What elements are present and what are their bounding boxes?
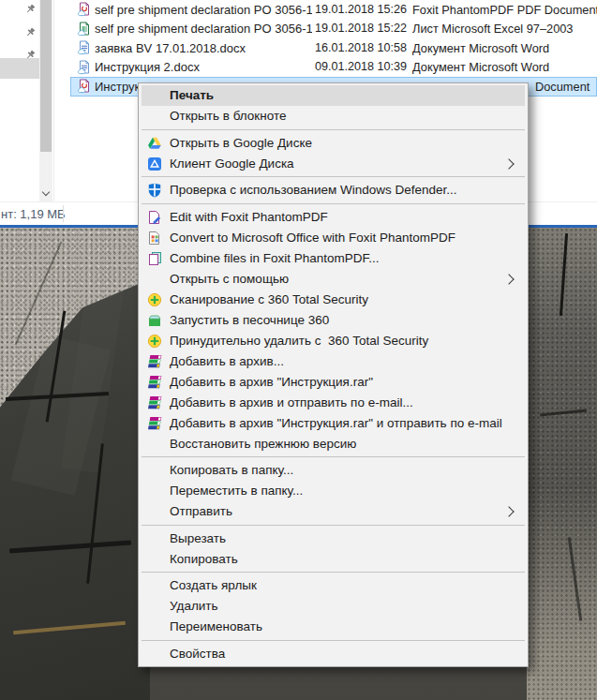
winrar-icon [147,375,162,390]
menu-item-open-in-notepad[interactable]: Открыть в блокноте [142,106,525,127]
menu-item-windows-defender-scan[interactable]: Проверка с использованием Windows Defend… [142,180,525,201]
word-cloud-icon [77,60,92,75]
menu-separator [142,640,525,641]
menu-item-label: Проверка с использованием Windows Defend… [170,183,457,197]
pushpin-icon[interactable] [24,2,37,15]
nav-item-hover[interactable] [0,58,39,79]
winrar-icon [147,354,162,369]
chevron-down-icon [42,188,50,196]
scrollbar-thumb[interactable] [40,0,52,152]
menu-item-winrar-add-email[interactable]: Добавить в архив и отправить по e-mail..… [142,393,525,413]
context-menu: ПечатьОткрыть в блокнотеОткрыть в Google… [138,82,529,667]
word-cloud-icon [77,40,92,55]
file-row[interactable]: заявка BV 17.01.2018.docx16.01.2018 10:5… [54,38,597,58]
menu-item-label: Свойства [170,647,225,661]
menu-item-label: Вырезать [170,531,226,545]
menu-item-winrar-add-named-email[interactable]: Добавить в архив "Инструкция.rar" и отпр… [142,413,525,434]
menu-item-restore-previous-version[interactable]: Восстановить прежнюю версию [142,434,525,454]
menu-item-360-scan[interactable]: Сканирование с 360 Total Security [142,290,525,310]
menu-item-foxit-convert[interactable]: Convert to Microsoft Office with Foxit P… [142,228,525,248]
winrar-icon [147,395,162,410]
rock-texture-left [0,228,150,700]
submenu-chevron-icon [503,158,514,169]
rock-texture-right [527,228,597,700]
google-drive-icon [147,136,162,151]
menu-separator [142,572,525,573]
windows-defender-icon [147,183,162,198]
scrollbar-down-button[interactable] [39,186,52,201]
menu-item-rename[interactable]: Переименовать [142,617,525,637]
menu-item-label: Открыть в Google Диске [170,136,312,150]
menu-item-label: Отправить [170,504,232,518]
file-date: 19.01.2018 15:26 [315,3,407,16]
menu-item-winrar-add[interactable]: Добавить в архив... [142,351,525,372]
menu-item-label: Добавить в архив "Инструкция.rar" [170,375,373,389]
menu-item-label: Удалить [170,599,218,613]
file-date: 09.01.2018 10:39 [315,60,407,73]
file-type: Документ Microsoft Word [412,41,549,55]
360-scan-icon [147,334,162,349]
menu-item-label: Edit with Foxit PhantomPDF [170,210,328,224]
file-name: заявка BV 17.01.2018.docx [95,41,312,55]
menu-separator [142,203,525,204]
menu-item-move-to-folder[interactable]: Переместить в папку... [142,481,525,501]
menu-item-create-shortcut[interactable]: Создать ярлык [142,575,525,596]
menu-separator [142,176,525,177]
menu-item-label: Переименовать [170,619,262,633]
menu-item-properties[interactable]: Свойства [142,644,525,664]
menu-item-360-force-delete[interactable]: Принудительно удалить с 360 Total Securi… [142,331,525,351]
menu-item-foxit-combine[interactable]: Combine files in Foxit PhantomPDF... [142,248,525,269]
menu-item-copy[interactable]: Копировать [142,549,525,570]
file-date: 19.01.2018 15:22 [315,22,407,35]
foxit-pdf-cloud-icon [77,2,92,17]
360-scan-icon [147,292,162,307]
menu-separator [142,129,525,130]
file-type: Лист Microsoft Excel 97–2003 [412,22,574,36]
menu-item-label: Открыть с помощью [170,272,289,286]
menu-item-print[interactable]: Печать [142,85,525,106]
menu-item-label: Печать [170,88,214,102]
menu-separator [142,456,525,457]
menu-item-label: Добавить в архив "Инструкция.rar" и отпр… [170,416,502,430]
menu-item-copy-to-folder[interactable]: Копировать в папку... [142,460,525,481]
menu-item-360-sandbox[interactable]: Запустить в песочнице 360 [142,310,525,331]
menu-item-label: Переместить в папку... [170,484,303,498]
file-row[interactable]: self pre shipment declaration PO 3056-1.… [54,0,597,20]
status-item-size: нт: 1,19 МБ [1,207,66,221]
file-name: self pre shipment declaration PO 3056-1.… [95,22,312,36]
status-divider [63,205,64,222]
360-sandbox-icon [147,313,162,328]
screen: self pre shipment declaration PO 3056-1.… [0,0,597,700]
pushpin-icon[interactable] [24,25,37,38]
menu-item-label: Принудительно удалить с 360 Total Securi… [170,334,428,348]
file-name: self pre shipment declaration PO 3056-1.… [95,3,312,17]
foxit-edit-icon [147,210,162,225]
foxit-combine-icon [147,251,162,266]
menu-item-label: Создать ярлык [170,578,257,592]
menu-item-label: Запустить в песочнице 360 [170,313,329,327]
submenu-chevron-icon [503,506,514,516]
submenu-chevron-icon [503,274,514,284]
menu-item-open-in-google-drive[interactable]: Открыть в Google Диске [142,133,525,154]
menu-item-label: Convert to Microsoft Office with Foxit P… [170,231,455,245]
menu-item-foxit-edit[interactable]: Edit with Foxit PhantomPDF [142,207,525,228]
file-type: Документ Microsoft Word [412,60,549,74]
menu-item-label: Копировать в папку... [170,463,293,477]
file-row[interactable]: self pre shipment declaration PO 3056-1.… [54,20,597,39]
nav-scrollbar[interactable] [39,0,52,201]
file-row[interactable]: Инструкция 2.docx09.01.2018 10:39Докумен… [54,58,597,78]
menu-item-cut[interactable]: Вырезать [142,529,525,549]
menu-item-winrar-add-named[interactable]: Добавить в архив "Инструкция.rar" [142,372,525,393]
menu-item-google-drive-client[interactable]: Клиент Google Диска [142,154,525,174]
file-type: Document [535,80,590,94]
menu-item-open-with[interactable]: Открыть с помощью [142,269,525,290]
pushpin-icon[interactable] [24,48,37,61]
menu-item-delete[interactable]: Удалить [142,596,525,617]
winrar-icon [147,416,162,431]
file-type: Foxit PhantomPDF PDF Document [412,3,597,17]
menu-item-label: Копировать [170,552,238,566]
menu-item-send-to[interactable]: Отправить [142,501,525,522]
menu-item-label: Сканирование с 360 Total Security [170,292,368,306]
google-drive-client-icon [147,156,162,171]
menu-item-label: Добавить в архив и отправить по e-mail..… [170,395,413,410]
